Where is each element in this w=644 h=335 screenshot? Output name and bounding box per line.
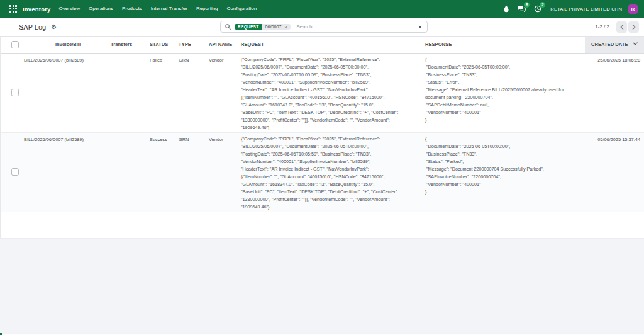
search-input[interactable]	[295, 23, 413, 30]
company-switcher[interactable]: RETAIL PRIVATE LIMITED CHN	[550, 6, 622, 12]
search-facet-label: REQUEST	[235, 24, 262, 30]
page-title: SAP Log	[19, 23, 46, 31]
messages-badge: 8	[524, 2, 530, 8]
column-header-status[interactable]: STATUS	[145, 37, 174, 53]
column-header-invoice-bill[interactable]: Invoice/Bill	[23, 37, 107, 53]
records-table: Invoice/Bill Transfers STATUS TYPE API N…	[0, 37, 644, 239]
pager: 1-2 / 2	[595, 21, 639, 33]
cell-invoice-bill[interactable]: BILL/2025/06/0007 (bill2589)	[23, 53, 107, 132]
activity-clock-icon[interactable]: 2	[534, 5, 541, 13]
menu-item-internal-transfer[interactable]: Internal Transfer	[147, 0, 192, 18]
cell-request[interactable]: {"CompanyCode": "PRPL", "FiscalYear": "2…	[239, 53, 424, 132]
search-facet-value: 06/0007	[262, 24, 284, 30]
apps-grid-icon[interactable]	[9, 5, 17, 13]
select-all-checkbox[interactable]	[11, 41, 19, 48]
cell-status[interactable]: Success	[145, 132, 174, 212]
navbar-right: 8 2 RETAIL PRIVATE LIMITED CHN R	[495, 4, 638, 14]
search-facet: REQUEST 06/0007 ×	[235, 24, 291, 30]
row-select-cell	[0, 132, 23, 212]
header-row: Invoice/Bill Transfers STATUS TYPE API N…	[0, 37, 644, 53]
droplet-icon[interactable]	[503, 5, 509, 13]
cell-type[interactable]: GRN	[174, 132, 204, 212]
cell-created-date[interactable]: 25/06/2025 18:06:28	[585, 53, 644, 132]
row-select-cell	[0, 53, 23, 132]
cell-response[interactable]: { "DocumentDate": "2025-06-05T00:00:00",…	[424, 132, 585, 212]
menu-item-operations[interactable]: Operations	[84, 0, 118, 18]
select-all-cell	[0, 37, 23, 53]
column-header-request[interactable]: REQUEST	[239, 37, 424, 53]
menu-item-products[interactable]: Products	[118, 0, 147, 18]
table-row[interactable]: BILL/2025/06/0007 (bill2589) Failed GRN …	[0, 53, 644, 132]
facet-remove-icon[interactable]: ×	[284, 24, 291, 30]
caret-down-icon	[418, 26, 422, 28]
main-menu: Overview Operations Products Internal Tr…	[55, 0, 262, 18]
column-header-type[interactable]: TYPE	[174, 37, 204, 53]
search-icon	[225, 24, 231, 30]
menu-item-overview[interactable]: Overview	[55, 0, 84, 18]
screen: Inventory Overview Operations Products I…	[0, 0, 644, 335]
cell-api-name[interactable]: Vendor	[204, 132, 239, 212]
column-header-created-date[interactable]: CREATED DATE	[585, 37, 644, 53]
activities-badge: 2	[540, 2, 545, 8]
pager-previous-button[interactable]	[616, 21, 627, 33]
cell-request[interactable]: {"CompanyCode": "PRPL", "FiscalYear": "2…	[239, 132, 424, 212]
gear-icon[interactable]: ⚙	[51, 24, 57, 30]
cell-transfers[interactable]	[107, 132, 145, 212]
pager-range: 1-2 / 2	[595, 24, 609, 30]
row-checkbox[interactable]	[11, 89, 19, 96]
chevron-left-icon	[620, 25, 624, 30]
search-bar: REQUEST 06/0007 ×	[220, 21, 428, 33]
empty-row	[0, 212, 644, 225]
created-date-header-label: CREATED DATE	[591, 42, 628, 47]
cell-status[interactable]: Failed	[145, 53, 174, 132]
column-header-transfers[interactable]: Transfers	[107, 37, 145, 53]
cell-transfers[interactable]	[107, 53, 145, 132]
user-avatar[interactable]: R	[628, 4, 638, 14]
search-dropdown-toggle[interactable]	[413, 21, 427, 32]
cell-response[interactable]: { "DocumentDate": "2025-06-05T00:00:00",…	[424, 53, 585, 132]
column-header-response[interactable]: RESPONSE	[424, 37, 585, 53]
column-header-api-name[interactable]: API NAME	[204, 37, 239, 53]
menu-item-reporting[interactable]: Reporting	[192, 0, 223, 18]
row-checkbox[interactable]	[11, 168, 19, 176]
list-left-border	[0, 37, 1, 238]
empty-row	[0, 225, 644, 238]
menu-item-configuration[interactable]: Configuration	[223, 0, 262, 18]
sort-desc-chevron-icon	[633, 42, 638, 45]
pager-next-button[interactable]	[628, 21, 639, 33]
cell-created-date[interactable]: 05/06/2025 15:37:44	[585, 132, 644, 212]
messages-icon[interactable]: 8	[518, 5, 526, 13]
cell-invoice-bill[interactable]: BILL/2025/06/0007 (bill2589)	[23, 132, 107, 212]
app-name[interactable]: Inventory	[23, 6, 51, 13]
chevron-right-icon	[632, 25, 636, 30]
cell-api-name[interactable]: Vendor	[204, 53, 239, 132]
control-panel: SAP Log ⚙ REQUEST 06/0007 × 1-2 / 2	[0, 18, 644, 37]
table-row[interactable]: BILL/2025/06/0007 (bill2589) Success GRN…	[0, 132, 644, 212]
top-navbar: Inventory Overview Operations Products I…	[0, 0, 644, 18]
sap-log-list: Invoice/Bill Transfers STATUS TYPE API N…	[0, 37, 644, 239]
cell-type[interactable]: GRN	[174, 53, 204, 132]
